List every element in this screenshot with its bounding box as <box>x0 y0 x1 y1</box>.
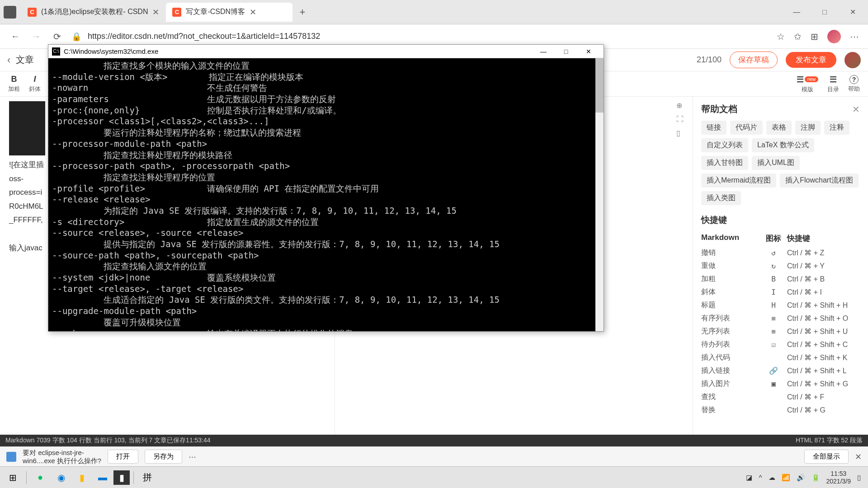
help-title: 帮助文档 <box>701 103 737 115</box>
profile-avatar[interactable] <box>827 30 841 43</box>
close-icon[interactable]: ✕ <box>250 7 256 17</box>
showall-button[interactable]: 全部显示 <box>804 450 849 464</box>
maximize-button[interactable]: □ <box>555 45 577 58</box>
help-tag[interactable]: 插入UML图 <box>752 156 800 170</box>
cmd-titlebar[interactable]: C:\ C:\Windows\system32\cmd.exe — □ ✕ <box>48 45 604 58</box>
italic-tool[interactable]: I 斜体 <box>24 75 45 93</box>
forward-button: → <box>30 30 42 43</box>
url-box[interactable]: 🔒 https://editor.csdn.net/md?not_checkou… <box>71 32 769 42</box>
notifications-icon[interactable]: ▯ <box>857 474 861 482</box>
back-button[interactable]: ← <box>9 30 22 43</box>
italic-icon: I <box>33 75 36 84</box>
help-tag[interactable]: 链接 <box>701 121 726 135</box>
shortcut-row: 有序列表≡Ctrl / ⌘ + Shift + O <box>701 312 860 325</box>
help-tag[interactable]: 注释 <box>824 121 849 135</box>
help-tag[interactable]: LaTeX 数学公式 <box>752 138 814 152</box>
close-button[interactable]: ✕ <box>845 5 860 19</box>
user-avatar[interactable] <box>844 52 861 68</box>
shortcut-name: 插入链接 <box>701 366 760 375</box>
close-icon[interactable]: ✕ <box>152 7 159 17</box>
scrollbar-thumb[interactable] <box>595 58 604 113</box>
system-tray: ◪ ^ ☁ 📶 🔊 🔋 11:53 2021/3/9 ▯ <box>746 470 865 485</box>
download-bar: 要对 eclipse-inst-jre- win6....exe 执行什么操作?… <box>0 446 868 466</box>
browser-icon[interactable] <box>4 6 16 19</box>
shortcut-row: 斜体ICtrl / ⌘ + I <box>701 286 860 299</box>
refresh-button[interactable]: ⟳ <box>51 30 63 43</box>
chevron-up-icon[interactable]: ^ <box>759 474 762 481</box>
saveas-button[interactable]: 另存为 <box>145 450 182 464</box>
ime-icon[interactable]: 拼 <box>137 469 157 487</box>
help-tool[interactable]: ? 帮助 <box>844 75 864 94</box>
help-tag[interactable]: 自定义列表 <box>701 138 748 152</box>
publish-button[interactable]: 发布文章 <box>786 52 836 68</box>
app-icon[interactable]: ▬ <box>93 469 113 487</box>
shortcut-header: Markdown 图标 快捷键 <box>701 230 860 246</box>
help-tag[interactable]: 插入类图 <box>701 191 741 205</box>
download-icon <box>6 452 16 462</box>
shortcut-icon: ≡ <box>760 327 787 336</box>
collections-icon[interactable]: ⊞ <box>811 31 818 42</box>
tray-icon[interactable]: ◪ <box>746 474 752 482</box>
cloud-icon[interactable]: ☁ <box>769 474 775 482</box>
layout-icon[interactable]: ▯ <box>676 129 684 137</box>
back-arrow[interactable]: ‹ <box>7 54 10 66</box>
battery-icon[interactable]: 🔋 <box>811 474 820 482</box>
help-tag[interactable]: 代码片 <box>730 121 763 135</box>
tab-2[interactable]: C 写文章-CSDN博客 ✕ <box>166 3 292 22</box>
shortcut-key: Ctrl / ⌘ + G <box>787 406 860 414</box>
help-tag[interactable]: 注脚 <box>795 121 821 135</box>
shortcut-title: 快捷键 <box>701 214 860 226</box>
minimize-button[interactable]: — <box>532 45 555 58</box>
shortcut-icon: ↺ <box>760 249 787 257</box>
template-label: 模版 <box>802 85 813 94</box>
shortcut-name: 插入图片 <box>701 379 760 389</box>
cmd-scrollbar[interactable] <box>595 58 604 331</box>
expand-icon[interactable]: ⛶ <box>676 115 684 123</box>
wechat-icon[interactable]: ● <box>30 469 50 487</box>
cmd-icon[interactable]: ▮ <box>113 470 130 485</box>
shortcut-row: 重做↻Ctrl / ⌘ + Y <box>701 259 860 272</box>
help-tag[interactable]: 插入甘特图 <box>701 156 748 170</box>
wifi-icon[interactable]: 📶 <box>782 474 790 482</box>
volume-icon[interactable]: 🔊 <box>797 474 805 482</box>
lock-icon: 🔒 <box>71 32 81 42</box>
star-icon[interactable]: ☆ <box>777 31 785 42</box>
edge-icon[interactable]: ◉ <box>51 469 71 487</box>
shortcut-key: Ctrl / ⌘ + Shift + L <box>787 366 860 375</box>
shortcut-name: 无序列表 <box>701 327 760 336</box>
shortcut-row: 插入图片▣Ctrl / ⌘ + Shift + G <box>701 377 860 390</box>
template-icon: ☰ <box>797 75 804 84</box>
toc-label: 目录 <box>827 85 839 94</box>
clock[interactable]: 11:53 2021/3/9 <box>826 470 851 485</box>
shortcut-row: 加粗BCtrl / ⌘ + B <box>701 272 860 286</box>
close-button[interactable]: ✕ <box>577 45 600 58</box>
open-button[interactable]: 打开 <box>108 450 138 464</box>
save-draft-button[interactable]: 保存草稿 <box>730 52 778 68</box>
tab-1[interactable]: C (1条消息)eclipse安装教程- CSDN ✕ <box>21 3 165 22</box>
explorer-icon[interactable]: ▮ <box>72 469 92 487</box>
help-tag[interactable]: 插入Mermaid流程图 <box>701 174 776 188</box>
target-icon[interactable]: ⊕ <box>676 101 684 110</box>
bold-tool[interactable]: B 加粗 <box>4 75 24 93</box>
new-tab-button[interactable]: + <box>293 6 311 18</box>
template-tool[interactable]: ☰new 模版 <box>792 75 823 94</box>
help-tag[interactable]: 表格 <box>766 121 792 135</box>
close-icon[interactable]: ✕ <box>855 452 862 462</box>
taskbar: ⊞ ● ◉ ▮ ▬ ▮ 拼 ◪ ^ ☁ 📶 🔊 🔋 11:53 2021/3/9… <box>0 466 868 488</box>
cmd-output[interactable]: 指定查找多个模块的输入源文件的位置 --module-version <版本> … <box>48 58 604 331</box>
csdn-icon: C <box>28 8 37 17</box>
header-markdown: Markdown <box>701 233 760 244</box>
maximize-button[interactable]: □ <box>817 5 832 19</box>
menu-icon[interactable]: ⋯ <box>850 31 859 42</box>
status-right: HTML 871 字数 52 段落 <box>796 436 863 445</box>
minimize-button[interactable]: — <box>789 5 804 19</box>
shortcut-name: 有序列表 <box>701 314 760 323</box>
toc-tool[interactable]: ☰ 目录 <box>823 75 844 94</box>
close-icon[interactable]: ✕ <box>852 104 860 115</box>
toc-icon: ☰ <box>830 75 837 84</box>
start-button[interactable]: ⊞ <box>3 469 23 487</box>
favorites-icon[interactable]: ✩ <box>794 31 802 42</box>
shortcut-key: Ctrl / ⌘ + Shift + U <box>787 327 860 336</box>
more-button[interactable]: ··· <box>189 451 196 462</box>
help-tag[interactable]: 插入Flowchart流程图 <box>780 174 858 188</box>
